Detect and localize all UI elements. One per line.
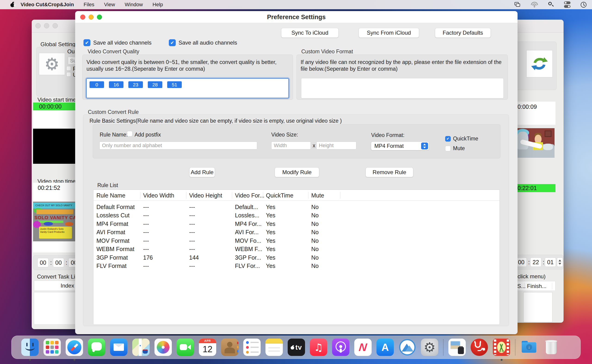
dock-apple-tv-icon[interactable]: tv [288, 338, 305, 356]
global-setting-label: Global Setting [40, 41, 75, 48]
quality-tag[interactable]: 28 [148, 81, 162, 88]
sync-arrows-icon [530, 54, 549, 73]
running-indicator [29, 359, 31, 361]
dock-mountain-app-icon[interactable] [399, 338, 416, 356]
right-time-stepper-control[interactable] [557, 258, 563, 267]
table-row[interactable]: Default Format------Default...YesNo [94, 201, 499, 211]
quality-tag[interactable]: 0 [89, 81, 104, 88]
zoom-button-inactive[interactable] [53, 23, 58, 28]
table-row[interactable]: MOV Format------MOV Fo...YesNo [94, 236, 499, 245]
sync-to-icloud-button[interactable]: Sync To iCloud [281, 28, 339, 38]
quality-tag[interactable]: 51 [167, 81, 182, 88]
quicktime-checkbox[interactable] [445, 136, 451, 142]
save-audio-channels-row[interactable]: Save all audio channels [169, 39, 237, 46]
table-row[interactable]: WEBM Format------WEBM F...YesNo [94, 245, 499, 253]
dock-reminders-icon[interactable] [243, 338, 261, 356]
dock-contacts-icon[interactable] [221, 338, 238, 356]
menu-item-window[interactable]: Window [125, 2, 143, 8]
dock-messages-icon[interactable] [88, 338, 105, 356]
right-stop-time-value: 0:22:01 [516, 184, 555, 192]
save-video-channels-row[interactable]: Save all video channels [83, 39, 151, 46]
dock-music-icon[interactable] [310, 338, 327, 356]
dock-calendar-icon[interactable]: APR 12 [199, 338, 216, 356]
menu-item-view[interactable]: View [104, 2, 115, 8]
save-video-checkbox[interactable] [83, 39, 90, 46]
mute-label: Mute [453, 145, 465, 151]
dock-stethoscope-app-icon[interactable] [471, 338, 488, 356]
dock-system-preferences-icon[interactable] [421, 338, 438, 356]
quicktime-row[interactable]: QuickTime [445, 136, 478, 142]
dock-launchpad-icon[interactable] [43, 338, 61, 356]
stop-hours-stepper[interactable]: 00 [37, 258, 48, 267]
col-quicktime[interactable]: QuickTime [266, 192, 293, 199]
convert-sync-icon[interactable] [526, 50, 553, 77]
quality-tag[interactable]: 23 [128, 81, 143, 88]
dock-downloads-folder-icon[interactable]: ↓ [520, 338, 538, 356]
width-input[interactable] [271, 142, 311, 150]
right-seconds-stepper[interactable]: 01 [545, 258, 556, 267]
col-video-width[interactable]: Video Width [143, 192, 174, 199]
dock-video-cut-crop-join-icon[interactable] [493, 338, 510, 356]
video-format-select[interactable]: MP4 Format [371, 142, 429, 150]
quality-tag[interactable]: 16 [109, 81, 123, 88]
dock-photos-icon[interactable] [155, 338, 172, 356]
dock-image-watermark-icon[interactable] [448, 338, 466, 356]
dock-news-icon[interactable]: N [354, 338, 372, 356]
dock-trash-icon[interactable] [543, 338, 560, 356]
clock-icon[interactable] [581, 2, 586, 8]
minimize-button-inactive[interactable] [44, 23, 49, 28]
add-postfix-label: Add postfix [135, 132, 161, 138]
add-postfix-checkbox[interactable] [127, 131, 133, 136]
custom-format-input[interactable] [301, 78, 504, 98]
dock-maps-icon[interactable] [132, 338, 150, 356]
rule-list-table: Rule Name Video Width Video Height Video… [93, 190, 500, 325]
dock-app-store-icon[interactable]: A [377, 338, 394, 356]
add-rule-button[interactable]: Add Rule [189, 168, 215, 177]
wifi-icon[interactable] [531, 2, 538, 7]
factory-defaults-button[interactable]: Factory Defaults [435, 28, 491, 38]
custom-convert-rule-label: Custom Convert Rule [88, 109, 139, 115]
p-checkbox[interactable] [66, 66, 71, 71]
time-separator: : [543, 259, 544, 266]
stop-minutes-stepper[interactable]: 00 [53, 258, 64, 267]
mute-row[interactable]: Mute [445, 145, 465, 151]
dock-finder-icon[interactable] [21, 338, 39, 356]
quality-tags-input[interactable]: 0 16 23 28 51 [86, 78, 289, 98]
table-row[interactable]: AVI Format------AVI For...YesNo [94, 228, 499, 236]
table-row[interactable]: Lossless Cut------Lossles...YesNo [94, 211, 499, 219]
save-audio-checkbox[interactable] [169, 39, 176, 46]
modify-rule-button[interactable]: Modify Rule [275, 168, 319, 177]
control-center-icon[interactable] [564, 1, 571, 8]
dock-podcasts-icon[interactable] [332, 338, 350, 356]
height-input[interactable] [316, 142, 356, 150]
u-checkbox[interactable] [66, 72, 71, 77]
table-row[interactable]: 3GP Format1761443GP For...YesNo [94, 253, 499, 262]
menu-app-name[interactable]: Video Cut&Crop&Join [20, 2, 74, 8]
dock-facetime-icon[interactable] [177, 338, 194, 356]
rule-name-input[interactable] [100, 142, 257, 150]
menu-item-help[interactable]: Help [153, 2, 163, 8]
col-rule-name[interactable]: Rule Name [96, 192, 125, 199]
close-button-inactive[interactable] [35, 23, 41, 28]
result-list-area[interactable] [523, 292, 552, 322]
search-icon[interactable] [548, 2, 554, 7]
finish-column-header: Finish... [527, 283, 546, 289]
mute-checkbox[interactable] [445, 146, 451, 151]
windows-icon[interactable] [515, 2, 521, 7]
col-mute[interactable]: Mute [311, 192, 324, 199]
dock-notes-icon[interactable] [265, 338, 283, 356]
right-video-thumbnail [516, 128, 555, 158]
dock-mail-icon[interactable] [110, 338, 128, 356]
quality-description: Video convert quality is between 0~51, t… [87, 59, 289, 72]
apple-menu-icon[interactable] [10, 2, 15, 7]
right-minutes-stepper[interactable]: 22 [530, 258, 541, 267]
table-row[interactable]: MP4 Format------MP4 For...YesNo [94, 219, 499, 228]
gear-icon[interactable] [39, 53, 65, 75]
table-row[interactable]: FLV Format------FLV For...YesNo [94, 261, 499, 270]
col-video-format[interactable]: Video For... [235, 192, 264, 199]
menu-item-files[interactable]: Files [84, 2, 94, 8]
dock-safari-icon[interactable] [66, 338, 83, 356]
col-video-height[interactable]: Video Height [189, 192, 222, 199]
remove-rule-button[interactable]: Remove Rule [366, 168, 413, 177]
sync-from-icloud-button[interactable]: Sync From iCloud [359, 28, 419, 38]
